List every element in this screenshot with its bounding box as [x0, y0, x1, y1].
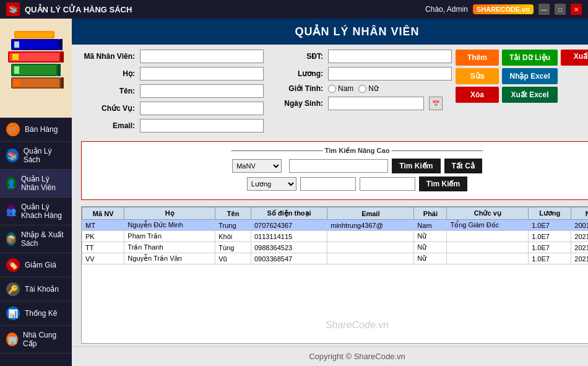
minimize-button[interactable]: —	[538, 4, 550, 15]
app-title: QUẢN LÝ CỬA HÀNG SÁCH	[25, 5, 132, 14]
ngay-sinh-input[interactable]	[328, 97, 424, 110]
svg-rect-14	[61, 77, 64, 89]
table-cell	[327, 242, 414, 253]
svg-rect-5	[14, 66, 19, 74]
sidebar-item-quan-ly-nhan-vien[interactable]: 👤 Quản Lý Nhân Viên	[0, 170, 72, 198]
tat-ca-button[interactable]: Tất Cả	[444, 159, 482, 173]
svg-rect-13	[15, 32, 53, 37]
table-cell: MT	[82, 220, 124, 231]
gioi-tinh-row: Giới Tính: Nam Nữ	[267, 84, 452, 93]
table-body: MTNguyễn Đức MinhTrung0707624367minhtrun…	[82, 220, 589, 264]
xoa-button[interactable]: Xóa	[456, 87, 499, 103]
nam-radio[interactable]	[328, 85, 336, 93]
sidebar-item-label: Quản Lý Nhân Viên	[21, 175, 66, 192]
svg-rect-17	[59, 39, 63, 50]
table-cell	[447, 253, 529, 264]
calendar-button[interactable]: 📅	[429, 97, 443, 110]
svg-rect-8	[12, 54, 19, 60]
svg-rect-2	[14, 80, 20, 86]
sidebar-item-nha-cung-cap[interactable]: 🏢 Nhà Cung Cấp	[0, 326, 72, 354]
sdt-input[interactable]	[328, 50, 452, 63]
nhap-xuat-sach-icon: 📦	[6, 232, 16, 246]
ban-hang-icon: 🛒	[6, 123, 20, 136]
luong-input[interactable]	[328, 67, 452, 81]
col-ho: Họ	[124, 207, 215, 220]
sidebar-item-nhap-xuat-sach[interactable]: 📦 Nhập & Xuất Sách	[0, 225, 72, 253]
greeting-text: Chào, Admin	[425, 5, 468, 14]
svg-rect-11	[14, 41, 19, 48]
col-phai: Phái	[414, 207, 447, 220]
table-row[interactable]: TTTrần ThanhTùng0988364523Nữ1.0E72021-04…	[82, 242, 589, 253]
sidebar-item-quan-ly-sach[interactable]: 📚 Quản Lý Sách	[0, 142, 72, 170]
table-cell	[327, 253, 414, 264]
sidebar-logo	[0, 19, 72, 118]
table-cell: Nữ	[414, 231, 447, 242]
table-cell: 2001-10-01	[571, 220, 588, 231]
search-advanced-box: ─────────────────── Tìm Kiếm Nâng Cao ──…	[81, 141, 588, 200]
them-button[interactable]: Thêm	[456, 50, 499, 66]
table-cell: Nguyễn Trần Văn	[124, 253, 215, 264]
table-cell: Trần Thanh	[124, 242, 215, 253]
xuat-excel-button[interactable]: Xuất Excel	[502, 87, 558, 103]
sidebar-item-giam-gia[interactable]: 🏷️ Giảm Giá	[0, 253, 72, 277]
table-cell: Nam	[414, 220, 447, 231]
table-row[interactable]: PKPham TrầnKhôi0113114115Nữ1.0E72021-04-…	[82, 231, 589, 242]
search-field2-select[interactable]: Lương Chức Vụ Giới Tính	[247, 177, 296, 191]
table-cell	[447, 242, 529, 253]
table-cell: VV	[82, 253, 124, 264]
sidebar-item-ban-hang[interactable]: 🛒 Bán Hàng	[0, 118, 72, 142]
tai-du-lieu-button[interactable]: Tải Dữ Liệu	[502, 50, 558, 66]
nu-radio[interactable]	[358, 85, 366, 93]
sdt-row: SĐT:	[267, 50, 452, 63]
header-right: Chào, Admin SHARECODE.vn — □ ✕	[425, 4, 582, 15]
search-field1-select[interactable]: MaNV Họ Tên Email	[232, 159, 282, 173]
ho-input[interactable]	[140, 67, 264, 81]
tim-kiem-button-2[interactable]: Tìm Kiếm	[419, 176, 467, 191]
ten-input[interactable]	[140, 84, 264, 98]
ho-label: Họ:	[79, 69, 135, 78]
sidebar-item-thong-ke[interactable]: 📊 Thống Kê	[0, 302, 72, 326]
col-ten: Tên	[215, 207, 251, 220]
maximize-button[interactable]: □	[555, 4, 566, 15]
xuat-bao-cao-pdf-button[interactable]: Xuất Báo Cáo PDF	[561, 50, 588, 66]
close-button[interactable]: ✕	[571, 4, 582, 15]
sidebar-item-tai-khoan[interactable]: 🔑 Tài Khoản	[0, 277, 72, 302]
ten-row: Tên:	[79, 84, 264, 98]
table-cell: 1.0E7	[529, 220, 571, 231]
ma-nv-input[interactable]	[140, 50, 264, 63]
search-input-2-to[interactable]	[360, 177, 415, 191]
sidebar-item-quan-ly-khach-hang[interactable]: 👥 Quản Lý Khách Hàng	[0, 198, 72, 225]
quan-ly-sach-icon: 📚	[6, 149, 19, 162]
search-input-1[interactable]	[289, 159, 388, 173]
col-chuc-vu: Chức vụ	[447, 207, 529, 220]
gioi-tinh-label: Giới Tính:	[267, 84, 323, 93]
search-input-2-from[interactable]	[300, 177, 356, 191]
nam-label: Nam	[338, 84, 353, 93]
email-label: Email:	[79, 121, 135, 130]
sua-button[interactable]: Sửa	[456, 68, 499, 84]
quan-ly-khach-hang-icon: 👥	[6, 204, 16, 218]
nu-radio-label[interactable]: Nữ	[358, 84, 379, 93]
col-luong: Lương	[529, 207, 571, 220]
table-cell: 0903368547	[251, 253, 327, 264]
ngay-sinh-label: Ngày Sinh:	[267, 99, 323, 108]
table-cell: Nữ	[414, 242, 447, 253]
col-ngay-sinh: Ngày sinh	[571, 207, 588, 220]
table-cell: Pham Trần	[124, 231, 215, 242]
chuc-vu-input[interactable]	[140, 102, 264, 115]
table-row[interactable]: MTNguyễn Đức MinhTrung0707624367minhtrun…	[82, 220, 589, 231]
form-and-buttons: Mã Nhân Viên: Họ: Tên: Chức Vụ: Email:	[72, 45, 588, 137]
sidebar-item-label: Nhập & Xuất Sách	[21, 230, 66, 248]
email-input[interactable]	[140, 119, 264, 133]
table-cell: Nguyễn Đức Minh	[124, 220, 215, 231]
tim-kiem-button-1[interactable]: Tìm Kiếm	[392, 159, 440, 173]
search-title: ─────────────────── Tìm Kiếm Nâng Cao ──…	[87, 147, 588, 155]
nhap-excel-button[interactable]: Nhập Excel	[502, 68, 558, 84]
nam-radio-label[interactable]: Nam	[328, 84, 353, 93]
giam-gia-icon: 🏷️	[6, 258, 20, 272]
col-email: Email	[327, 207, 414, 220]
search-row-1: MaNV Họ Tên Email Tìm Kiếm Tất Cả	[87, 159, 588, 173]
app-icon: 📚	[6, 2, 20, 16]
table-cell: 1.0E7	[529, 253, 571, 264]
table-row[interactable]: VVNguyễn Trần VănVũ0903368547Nữ1.0E72021…	[82, 253, 589, 264]
